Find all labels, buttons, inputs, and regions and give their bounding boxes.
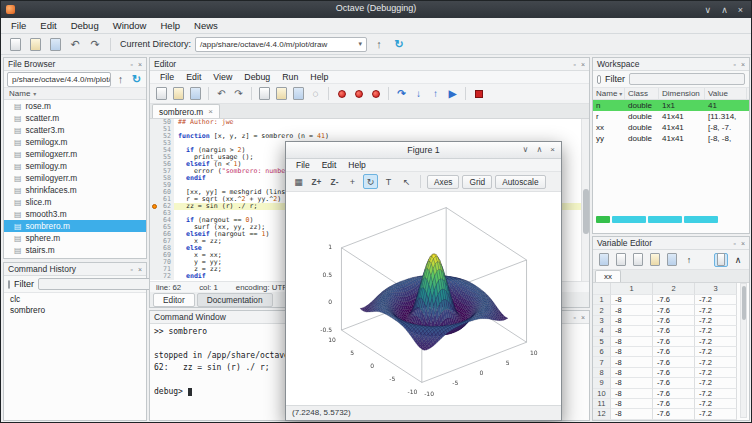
ve-cell[interactable]: -7.2 xyxy=(695,409,737,419)
ve-cell[interactable]: -8 xyxy=(611,337,653,347)
ve-cell[interactable]: -7.6 xyxy=(653,357,695,367)
file-item[interactable]: ▤scatter.m xyxy=(4,112,146,124)
open-file-icon[interactable] xyxy=(171,86,186,101)
ve-cell[interactable]: -7.2 xyxy=(695,347,737,357)
ve-row-header[interactable]: 12 xyxy=(593,409,611,419)
file-item[interactable]: ▤stairs.m xyxy=(4,244,146,256)
ve-cell[interactable]: -7.2 xyxy=(695,326,737,336)
workspace-column-header[interactable]: Class xyxy=(625,88,659,99)
ve-cell[interactable]: -7.6 xyxy=(653,305,695,315)
code-line[interactable]: 52function [x, y, z] = sombrero (n = 41) xyxy=(150,133,581,140)
maximize-icon[interactable]: ∧ xyxy=(721,5,728,15)
undock-icon[interactable]: ▫ xyxy=(733,61,735,68)
minimize-icon[interactable]: ∨ xyxy=(705,5,712,15)
figure-menu-edit[interactable]: Edit xyxy=(316,160,343,170)
ve-cell[interactable]: -7.6 xyxy=(653,399,695,409)
workspace-column-header[interactable]: Value xyxy=(705,88,747,99)
ve-cell[interactable]: -7.2 xyxy=(695,295,737,305)
file-browser-path-combo[interactable]: p/share/octave/4.4.0/m/plot/draw ▾ xyxy=(7,72,111,87)
ve-cell[interactable]: -7.6 xyxy=(653,295,695,305)
grid-button[interactable]: Grid xyxy=(462,175,492,189)
ve-row-header[interactable]: 2 xyxy=(593,305,611,315)
paste-icon[interactable] xyxy=(648,253,662,267)
step-over-icon[interactable]: ↷ xyxy=(394,86,409,101)
autoscale-button[interactable]: Autoscale xyxy=(495,175,545,189)
undock-icon[interactable]: ▫ xyxy=(130,266,132,273)
breakpoint-icon[interactable] xyxy=(152,204,157,209)
ve-cell[interactable]: -7.2 xyxy=(695,368,737,378)
ve-cell[interactable]: -8 xyxy=(611,399,653,409)
paste-icon[interactable] xyxy=(291,86,306,101)
file-browser-name-header[interactable]: Name ▾ xyxy=(4,88,146,100)
ve-cell[interactable]: -8 xyxy=(611,305,653,315)
tab-editor[interactable]: Editor xyxy=(153,293,195,307)
ve-cell[interactable]: -8 xyxy=(611,326,653,336)
file-item[interactable]: ▤sombrero.m xyxy=(4,220,146,232)
close-icon[interactable]: × xyxy=(138,61,142,68)
ve-cell[interactable]: -8 xyxy=(611,347,653,357)
file-item[interactable]: ▤slice.m xyxy=(4,196,146,208)
pan-tool-icon[interactable]: + xyxy=(345,174,360,189)
file-item[interactable]: ▤smooth3.m xyxy=(4,208,146,220)
ve-column-header[interactable]: 2 xyxy=(653,283,695,295)
minimize-icon[interactable]: ∨ xyxy=(523,145,529,154)
open-file-icon[interactable] xyxy=(27,36,43,52)
stop-debug-icon[interactable] xyxy=(471,86,486,101)
ve-column-header[interactable]: 1 xyxy=(611,283,653,295)
ve-cell[interactable]: -7.2 xyxy=(695,399,737,409)
cut-icon[interactable] xyxy=(614,253,628,267)
filter-checkbox[interactable] xyxy=(597,75,601,84)
sync-browser-icon[interactable]: ↻ xyxy=(130,71,143,87)
ve-cell[interactable]: -7.6 xyxy=(653,409,695,419)
text-tool-icon[interactable]: T xyxy=(381,174,396,189)
save-file-icon[interactable] xyxy=(47,36,63,52)
filter-checkbox[interactable] xyxy=(8,280,10,289)
history-filter-input[interactable] xyxy=(38,278,154,290)
close-icon[interactable]: × xyxy=(550,145,555,154)
menu-debug[interactable]: Debug xyxy=(64,19,106,32)
workspace-titlebar[interactable]: Workspace ▫ × xyxy=(593,58,749,71)
ve-row-header[interactable]: 3 xyxy=(593,316,611,326)
close-icon[interactable]: × xyxy=(138,266,142,273)
figure-plot-canvas[interactable] xyxy=(286,192,561,405)
file-item[interactable]: ▤semilogx.m xyxy=(4,136,146,148)
ve-row-header[interactable]: 4 xyxy=(593,326,611,336)
save-variable-icon[interactable] xyxy=(597,253,611,267)
previous-breakpoint-icon[interactable] xyxy=(368,86,383,101)
dropdown-icon[interactable]: ▾ xyxy=(356,40,363,48)
expand-pane-icon[interactable]: ∧ xyxy=(731,253,745,267)
ve-cell[interactable]: -7.6 xyxy=(653,378,695,388)
code-line[interactable]: 51 xyxy=(150,126,581,133)
redo-icon[interactable]: ↷ xyxy=(231,86,246,101)
ve-cell[interactable]: -8 xyxy=(611,409,653,419)
editor-menu-debug[interactable]: Debug xyxy=(238,72,276,82)
ve-cell[interactable]: -7.6 xyxy=(653,326,695,336)
history-item[interactable]: clc xyxy=(4,293,146,304)
undock-icon[interactable]: ▫ xyxy=(573,61,575,68)
workspace-row[interactable]: yydouble41x41[-8, -8, xyxy=(593,133,749,144)
close-icon[interactable]: × xyxy=(581,61,585,68)
figure-titlebar[interactable]: Figure 1 ∨ ∧ × xyxy=(286,142,561,159)
workspace-row[interactable]: xxdouble41x41[-8, -7. xyxy=(593,122,749,133)
command-history-titlebar[interactable]: Command History ▫ × xyxy=(4,263,146,276)
undock-icon[interactable]: ▫ xyxy=(573,314,575,321)
workspace-column-header[interactable]: Name▾ xyxy=(593,88,625,99)
ve-row-header[interactable]: 7 xyxy=(593,357,611,367)
workspace-column-header[interactable]: Dimension xyxy=(659,88,705,99)
file-item[interactable]: ▤shrinkfaces.m xyxy=(4,184,146,196)
figure-menu-file[interactable]: File xyxy=(290,160,316,170)
editor-menu-file[interactable]: File xyxy=(154,72,180,82)
variable-tab-xx[interactable]: xx xyxy=(595,270,621,282)
editor-scrollbar[interactable] xyxy=(581,119,589,281)
ve-cell[interactable]: -7.6 xyxy=(653,316,695,326)
figure-window[interactable]: Figure 1 ∨ ∧ × FileEditHelp ▦ Z+ Z- + ↻ … xyxy=(285,141,562,421)
workspace-row[interactable]: ndouble1x141 xyxy=(593,100,749,111)
ve-cell[interactable]: -8 xyxy=(611,316,653,326)
ve-row-header[interactable]: 8 xyxy=(593,368,611,378)
copy-icon[interactable] xyxy=(631,253,645,267)
menu-edit[interactable]: Edit xyxy=(33,19,63,32)
variable-editor-scrollbar[interactable] xyxy=(740,283,747,418)
redo-icon[interactable]: ↷ xyxy=(87,36,103,52)
undo-icon[interactable]: ↶ xyxy=(67,36,83,52)
file-browser-titlebar[interactable]: File Browser ▫ × xyxy=(4,58,146,71)
